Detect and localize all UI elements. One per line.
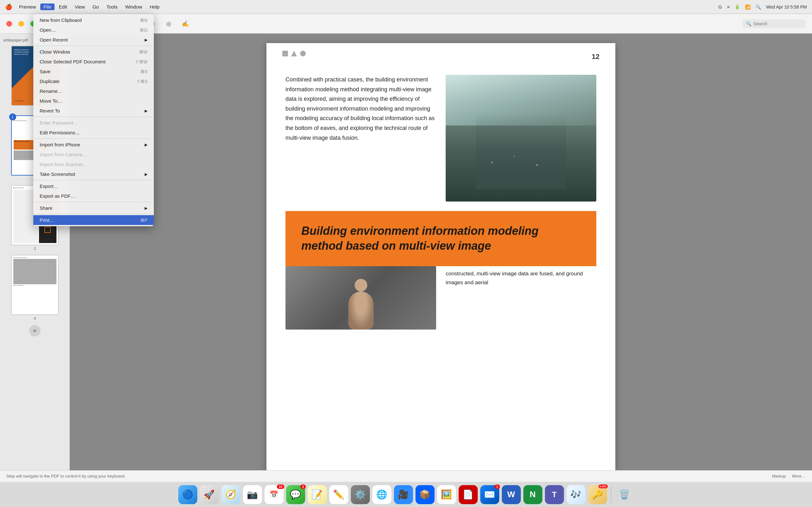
menubar-datetime: Wed Apr 10 5:58 PM — [766, 4, 807, 9]
menu-revert[interactable]: Revert To ▶ — [33, 106, 154, 116]
doc-bottom-section: constructed, multi-view image data are f… — [286, 266, 596, 330]
traffic-light-minimize[interactable] — [18, 21, 24, 26]
dock-photos[interactable]: 📷 — [243, 485, 262, 504]
bottom-text-column: constructed, multi-view image data are f… — [446, 266, 596, 330]
search-input[interactable] — [753, 21, 801, 26]
sign-button[interactable]: ✍ — [180, 18, 191, 30]
menubar-go[interactable]: Go — [90, 3, 102, 10]
menubar-help[interactable]: Help — [147, 3, 163, 10]
menu-close-window[interactable]: Close Window ⌘W — [33, 47, 154, 57]
thumbnail-page4[interactable]: Basic Elements of Phone Source Multi-vie… — [0, 253, 69, 323]
dock-messages[interactable]: 💬 2 — [286, 485, 305, 504]
menu-export-pdf[interactable]: Export as PDF… — [33, 191, 154, 201]
menu-move-to[interactable]: Move To… — [33, 96, 154, 106]
page-number-4: 4 — [34, 316, 36, 321]
menu-duplicate[interactable]: Duplicate ⇧⌘S — [33, 76, 154, 86]
menubar-edit[interactable]: Edit — [56, 3, 70, 10]
thumb-frame-4: Basic Elements of Phone Source Multi-vie… — [11, 255, 59, 315]
apple-menu[interactable]: 🍎 — [5, 3, 12, 10]
shape-circle — [300, 51, 306, 56]
dock-safari[interactable]: 🧭 — [221, 485, 241, 504]
dock-word[interactable]: W — [502, 485, 521, 504]
menubar-control-center[interactable]: ≡ — [727, 4, 729, 9]
dock-acrobat[interactable]: 📄 — [459, 485, 478, 504]
page-number-top: 12 — [592, 53, 600, 61]
page-number-3: 3 — [34, 246, 36, 251]
menu-export[interactable]: Export… — [33, 181, 154, 191]
banner-text: Building environment information modelin… — [301, 224, 580, 253]
menu-shortcut: ⌘W — [139, 49, 148, 55]
menu-close-pdf[interactable]: Close Selected PDF Document ⇧⌘W — [33, 57, 154, 66]
dock-badge-mail: 1 — [495, 485, 500, 489]
toolbar-search: 🔍 — [742, 19, 806, 28]
dock-settings[interactable]: ⚙️ — [351, 485, 370, 504]
document-view: 12 Combined with practical cases, the bu… — [70, 34, 812, 470]
dock-dropbox[interactable]: 📦 — [415, 485, 435, 504]
menubar-battery: 🔋 — [734, 4, 740, 9]
more-button-status[interactable]: More… — [792, 474, 806, 478]
dock-badge-messages: 2 — [300, 485, 305, 489]
menu-edit-permissions[interactable]: Edit Permissions… — [33, 128, 154, 137]
menu-print[interactable]: Print… ⌘P — [33, 215, 154, 225]
menu-new-clipboard[interactable]: New from Clipboard ⌘N — [33, 15, 154, 25]
dock-preview[interactable]: 🖼️ — [437, 485, 456, 504]
dock-finder[interactable]: 🔵 — [178, 485, 197, 504]
submenu-arrow: ▶ — [145, 143, 148, 147]
menubar-file[interactable]: File — [40, 3, 54, 10]
menubar-grammarly: G — [718, 4, 722, 9]
annotate-button[interactable]: ◎ — [163, 18, 174, 30]
menu-rename[interactable]: Rename… — [33, 86, 154, 96]
menubar-right: G ≡ 🔋 📶 🔍 Wed Apr 10 5:58 PM — [718, 4, 807, 9]
menubar-search[interactable]: 🔍 — [756, 4, 761, 9]
page-badge-2: 1 — [9, 113, 16, 120]
menubar-tools[interactable]: Tools — [103, 3, 121, 10]
menu-take-screenshot[interactable]: Take Screenshot ▶ — [33, 169, 154, 179]
submenu-arrow: ▶ — [145, 38, 148, 42]
menu-save[interactable]: Save ⌘S — [33, 66, 154, 76]
menu-separator — [33, 180, 154, 180]
dock-keychain[interactable]: 🔑 6,981 — [588, 485, 607, 504]
dock-badge-keychain: 6,981 — [599, 485, 608, 488]
add-page-button[interactable]: + — [29, 325, 41, 337]
menu-shortcut: ⌘N — [140, 18, 148, 23]
dock-teams[interactable]: T — [545, 485, 564, 504]
menubar-window[interactable]: Window — [122, 3, 145, 10]
menu-share[interactable]: Share ▶ — [33, 203, 154, 213]
traffic-light-close[interactable] — [6, 21, 12, 26]
menu-separator — [33, 46, 154, 46]
menu-open-recent[interactable]: Open Recent ▶ — [33, 35, 154, 45]
menu-import-camera: Import from Camera… — [33, 150, 154, 159]
status-bar: Step will navigate to the PDF to control… — [0, 470, 812, 482]
dock-freeform[interactable]: ✏️ — [329, 485, 348, 504]
menu-separator — [33, 214, 154, 214]
dock-notes[interactable]: 📝 — [308, 485, 327, 504]
menubar: 🍎 Preview File Edit View Go Tools Window… — [0, 0, 812, 14]
dock-separator — [611, 487, 611, 503]
markup-button-status[interactable]: Markup — [772, 474, 786, 478]
menu-separator — [33, 117, 154, 117]
status-text: Step will navigate to the PDF to control… — [6, 474, 125, 478]
dock-numbers[interactable]: N — [523, 485, 542, 504]
shape-triangle — [291, 51, 297, 56]
shape-square — [282, 51, 288, 56]
dock-zoom[interactable]: 🎥 — [394, 485, 413, 504]
menubar-preview[interactable]: Preview — [16, 3, 39, 10]
dock-trash[interactable]: 🗑️ — [615, 485, 634, 504]
file-menu-dropdown: New from Clipboard ⌘N Open… ⌘O Open Rece… — [33, 14, 154, 226]
menubar-wifi: 📶 — [745, 4, 751, 9]
document-page: 12 Combined with practical cases, the bu… — [266, 43, 615, 470]
dock-wunderbucket[interactable]: 🎶 — [566, 485, 586, 504]
menubar-view[interactable]: View — [71, 3, 88, 10]
menu-open[interactable]: Open… ⌘O — [33, 25, 154, 35]
menu-import-iphone[interactable]: Import from iPhone ▶ — [33, 140, 154, 150]
dock-chrome[interactable]: 🌐 — [372, 485, 392, 504]
dock: 🔵 🚀 🧭 📷 📅 10 💬 2 📝 ✏️ ⚙️ 🌐 🎥 📦 🖼️ 📄 ✉️ 1… — [0, 482, 812, 507]
search-icon: 🔍 — [746, 21, 751, 26]
menu-enter-password: Enter Password… — [33, 118, 154, 128]
doc-image-column — [446, 75, 596, 202]
dock-calendar[interactable]: 📅 10 — [264, 485, 284, 504]
doc-text-column: Combined with practical cases, the build… — [286, 75, 436, 202]
submenu-arrow: ▶ — [145, 172, 148, 176]
dock-mail[interactable]: ✉️ 1 — [480, 485, 499, 504]
dock-launchpad[interactable]: 🚀 — [200, 485, 219, 504]
